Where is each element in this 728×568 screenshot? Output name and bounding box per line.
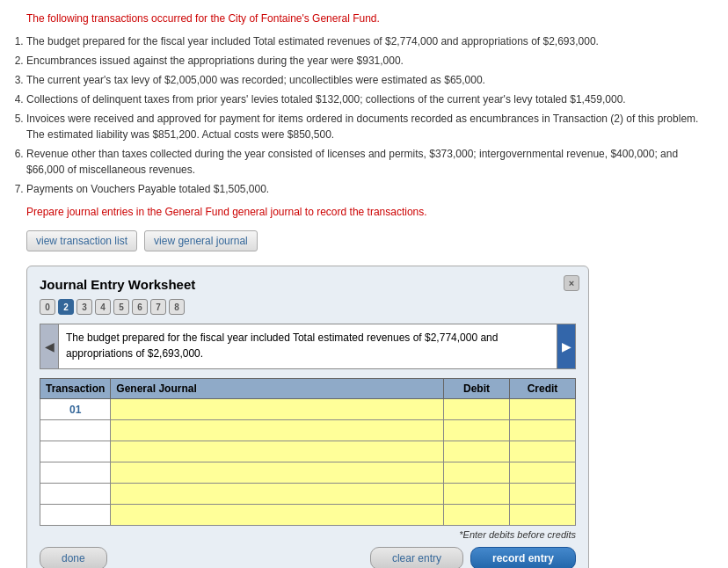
general-journal-cell[interactable] [111, 505, 444, 526]
table-row: 01 [40, 399, 576, 420]
credit-cell[interactable] [510, 420, 576, 441]
credit-cell[interactable] [510, 399, 576, 420]
general-journal-cell[interactable] [111, 441, 444, 462]
general-journal-cell[interactable] [111, 399, 444, 420]
transaction-cell [40, 420, 111, 441]
debit-cell[interactable] [444, 505, 510, 526]
credit-input[interactable] [510, 484, 575, 504]
credit-cell[interactable] [510, 505, 576, 526]
debit-input[interactable] [444, 462, 509, 483]
close-button[interactable]: × [564, 275, 579, 291]
transaction-item-1: The budget prepared for the fiscal year … [26, 33, 702, 49]
transaction-item-4: Collections of delinquent taxes from pri… [26, 91, 702, 107]
description-box: ◀ The budget prepared for the fiscal yea… [40, 324, 576, 369]
credit-cell[interactable] [510, 462, 576, 484]
transaction-item-2: Encumbrances issued against the appropri… [26, 53, 702, 69]
table-row [40, 505, 576, 526]
debit-cell[interactable] [444, 484, 510, 505]
debit-input[interactable] [444, 441, 509, 462]
step-6[interactable]: 7 [150, 299, 166, 315]
step-1[interactable]: 2 [58, 299, 74, 315]
transaction-cell: 01 [40, 399, 111, 420]
done-button[interactable]: done [40, 547, 107, 568]
credit-input[interactable] [510, 441, 575, 462]
col-transaction-header: Transaction [40, 379, 111, 399]
desc-nav-right-button[interactable]: ▶ [557, 324, 576, 369]
general-journal-cell[interactable] [111, 420, 444, 441]
desc-nav-left-button[interactable]: ◀ [40, 324, 59, 369]
table-row [40, 484, 576, 505]
credit-input[interactable] [510, 462, 575, 483]
prepare-text: Prepare journal entries in the General F… [26, 206, 702, 218]
table-row [40, 462, 576, 484]
col-debit-header: Debit [444, 379, 510, 399]
enter-note: *Enter debits before credits [40, 529, 576, 540]
bottom-buttons: done clear entry record entry [40, 547, 576, 568]
step-3[interactable]: 4 [95, 299, 111, 315]
general-journal-input[interactable] [111, 505, 443, 525]
col-general-journal-header: General Journal [111, 379, 444, 399]
view-general-journal-button[interactable]: view general journal [144, 230, 258, 251]
table-row [40, 420, 576, 441]
table-row [40, 441, 576, 462]
transaction-cell [40, 505, 111, 526]
general-journal-input[interactable] [111, 484, 443, 504]
view-transaction-list-button[interactable]: view transaction list [26, 230, 137, 251]
general-journal-input[interactable] [111, 462, 443, 483]
general-journal-input[interactable] [111, 399, 443, 419]
col-credit-header: Credit [510, 379, 576, 399]
general-journal-input[interactable] [111, 420, 443, 441]
debit-cell[interactable] [444, 420, 510, 441]
transaction-cell [40, 462, 111, 484]
step-indicators: 0 2 3 4 5 6 7 8 [40, 299, 576, 315]
debit-cell[interactable] [444, 399, 510, 420]
general-journal-input[interactable] [111, 441, 443, 462]
clear-entry-button[interactable]: clear entry [370, 547, 463, 568]
transaction-item-5: Invoices were received and approved for … [26, 111, 702, 142]
debit-input[interactable] [444, 399, 509, 419]
credit-cell[interactable] [510, 484, 576, 505]
step-4[interactable]: 5 [113, 299, 129, 315]
transaction-cell [40, 484, 111, 505]
middle-buttons: clear entry record entry [370, 547, 576, 568]
transaction-item-6: Revenue other than taxes collected durin… [26, 146, 702, 178]
general-journal-cell[interactable] [111, 484, 444, 505]
top-buttons: view transaction list view general journ… [26, 230, 702, 251]
step-0[interactable]: 0 [40, 299, 55, 315]
transaction-cell [40, 441, 111, 462]
general-journal-cell[interactable] [111, 462, 444, 484]
worksheet-container: Journal Entry Worksheet × 0 2 3 4 5 6 7 … [26, 266, 589, 568]
step-7[interactable]: 8 [169, 299, 185, 315]
step-5[interactable]: 6 [132, 299, 148, 315]
record-entry-button[interactable]: record entry [470, 547, 576, 568]
credit-input[interactable] [510, 399, 575, 419]
journal-table: Transaction General Journal Debit Credit… [40, 378, 576, 526]
debit-cell[interactable] [444, 462, 510, 484]
transactions-list: The budget prepared for the fiscal year … [26, 33, 702, 197]
step-2[interactable]: 3 [76, 299, 92, 315]
intro-text: The following transactions occurred for … [26, 12, 702, 25]
worksheet-title: Journal Entry Worksheet [40, 277, 576, 292]
debit-input[interactable] [444, 420, 509, 441]
debit-input[interactable] [444, 505, 509, 525]
transaction-item-7: Payments on Vouchers Payable totaled $1,… [26, 181, 702, 197]
credit-input[interactable] [510, 420, 575, 441]
credit-cell[interactable] [510, 441, 576, 462]
debit-input[interactable] [444, 484, 509, 504]
credit-input[interactable] [510, 505, 575, 525]
debit-cell[interactable] [444, 441, 510, 462]
description-text: The budget prepared for the fiscal year … [59, 324, 557, 369]
transaction-item-3: The current year's tax levy of $2,005,00… [26, 72, 702, 88]
